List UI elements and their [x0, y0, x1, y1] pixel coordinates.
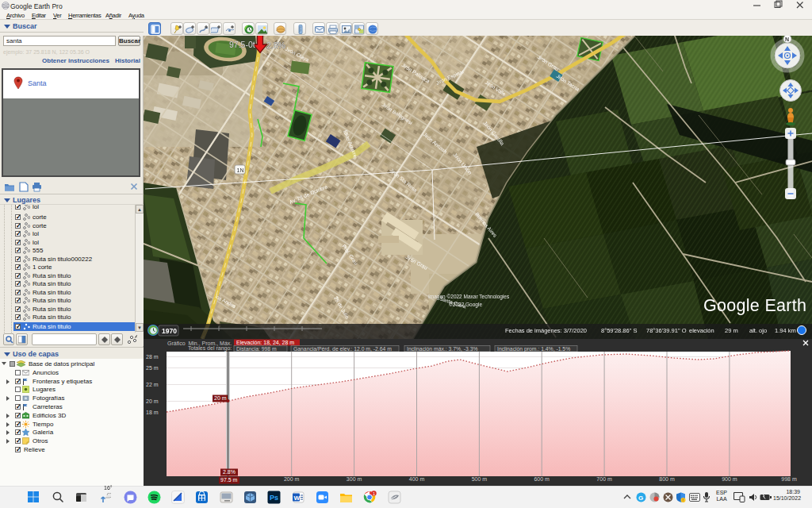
svg-text:28 m: 28 m	[146, 354, 159, 360]
svg-text:1970: 1970	[162, 327, 177, 335]
svg-text:Fechas de imágenes: 3/7/2020: Fechas de imágenes: 3/7/2020	[505, 327, 587, 334]
svg-text:300 m: 300 m	[347, 476, 362, 482]
svg-text:G: G	[638, 495, 643, 502]
svg-text:900 m: 900 m	[722, 476, 737, 482]
svg-text:400 m: 400 m	[409, 476, 425, 482]
svg-text:2.8%: 2.8%	[266, 40, 285, 50]
svg-text:998 m: 998 m	[781, 476, 797, 482]
svg-text:N: N	[785, 37, 789, 42]
svg-text:20 m: 20 m	[146, 398, 159, 404]
svg-text:©2022 Google: ©2022 Google	[449, 302, 482, 308]
svg-text:1: 1	[373, 491, 375, 496]
svg-text:1N: 1N	[237, 167, 244, 173]
svg-text:500 m: 500 m	[472, 476, 488, 482]
svg-text:Distancia: 998 m: Distancia: 998 m	[236, 346, 277, 352]
svg-text:200 m: 200 m	[284, 476, 300, 482]
svg-text:Totales del rango:: Totales del rango:	[188, 345, 232, 352]
svg-text:elevación: elevación	[689, 327, 714, 334]
svg-text:29 m: 29 m	[725, 327, 738, 334]
svg-text:Elevación: 18, 24, 28 m: Elevación: 18, 24, 28 m	[236, 340, 294, 345]
svg-text:Ps: Ps	[270, 494, 278, 502]
svg-text:97.5-0t: 97.5-0t	[229, 40, 255, 49]
svg-text:97.5 m: 97.5 m	[220, 477, 238, 483]
svg-text:2.8%: 2.8%	[223, 469, 236, 475]
svg-text:22 m: 22 m	[146, 382, 159, 387]
svg-text:Google Earth: Google Earth	[703, 296, 806, 315]
svg-text:600 m: 600 m	[534, 476, 550, 482]
svg-text:!: !	[683, 498, 684, 502]
svg-text:8°59'28.86" S: 8°59'28.86" S	[601, 327, 637, 334]
svg-text:78°36'39.91" O: 78°36'39.91" O	[646, 327, 687, 334]
svg-text:20 m: 20 m	[214, 395, 227, 401]
svg-text:alt. ojo: alt. ojo	[749, 327, 767, 334]
svg-text:Inclinación prom.: 1.4%, -1.5%: Inclinación prom.: 1.4%, -1.5%	[497, 346, 570, 352]
svg-text:25 m: 25 m	[146, 365, 159, 371]
svg-text:18 m: 18 m	[146, 410, 159, 415]
svg-text:Ganancia/Pérd. de elev.: 12.0: Ganancia/Pérd. de elev.: 12.0 m, -2.64 m	[293, 346, 392, 352]
svg-text:700 m: 700 m	[596, 476, 612, 482]
svg-text:Inclinación máx.: 3.7%, -3.3%: Inclinación máx.: 3.7%, -3.3%	[407, 346, 478, 352]
svg-text:1.94 km: 1.94 km	[775, 327, 796, 334]
svg-text:Imagen ©2022 Maxar Technologie: Imagen ©2022 Maxar Technologies	[428, 294, 510, 300]
svg-text:W: W	[294, 495, 301, 502]
svg-text:800 m: 800 m	[659, 476, 675, 482]
